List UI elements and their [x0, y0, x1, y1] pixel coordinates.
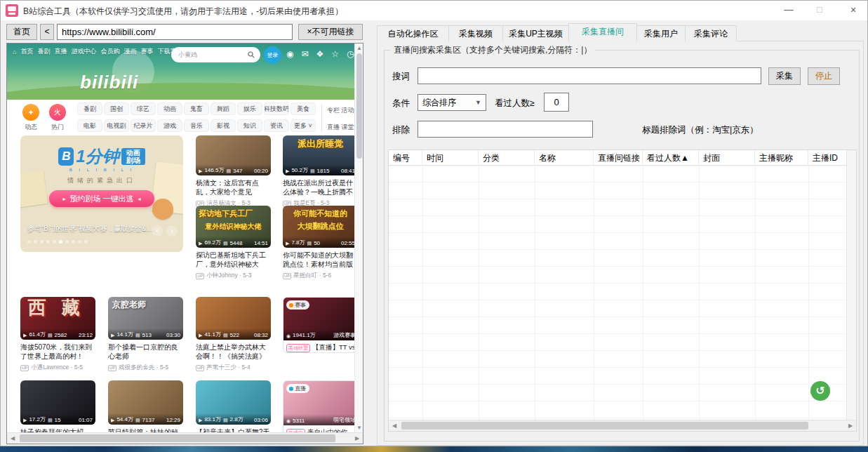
scroll-up-icon[interactable]: ▲ — [355, 45, 363, 51]
hot-channel-label[interactable]: 热门 — [49, 123, 66, 132]
browser-vscroll-thumb[interactable] — [356, 53, 362, 159]
carousel-prev-icon[interactable]: ‹ — [152, 225, 163, 237]
live-room-card[interactable]: 直播 ◉5311萌宅领域 直播中 来自山中的你 — [283, 380, 359, 438]
video-card[interactable]: 西藏 ▶61.4万▤258223:12 海拔5070米，我们来到了世界上最高的村… — [20, 297, 95, 372]
table-vertical-scrollbar[interactable] — [846, 150, 856, 420]
channel-tech[interactable]: 科技数码 — [264, 102, 289, 115]
tab-collect-up-video[interactable]: 采集UP主视频 — [502, 25, 569, 41]
channel-dance[interactable]: 舞蹈 — [211, 102, 236, 115]
channel-documentary[interactable]: 纪录片 — [131, 119, 156, 132]
channel-ent[interactable]: 娱乐 — [237, 102, 262, 115]
video-card[interactable]: 你可能不知道的 大坝翻跳点位 ▶7.8万▤5002:55 你可能不知道的大坝翻跳… — [283, 206, 358, 280]
channel-knowledge[interactable]: 知识 — [237, 119, 262, 132]
scroll-left-icon[interactable]: ◀ — [8, 435, 17, 441]
channel-variety[interactable]: 综艺 — [131, 102, 156, 115]
scroll-right-icon[interactable]: ▶ — [353, 435, 361, 441]
column-header-time[interactable]: 时间 — [422, 150, 479, 166]
carousel-caption[interactable]: 参与“B门的世界”视频大赛，赢取奖金&定制限定... — [27, 224, 157, 234]
bilibili-search-box[interactable]: 小黄鸡 — [171, 47, 260, 62]
channel-guichu[interactable]: 鬼畜 — [184, 102, 209, 115]
carousel-banner[interactable]: B1分钟动画剧场 B I L I B I L I 情绪的紧急出口 ▸ 预约剧场 … — [20, 135, 183, 252]
column-header-cover[interactable]: 封面 — [699, 150, 755, 166]
carousel-dot[interactable] — [40, 240, 44, 244]
column-header-streamer-id[interactable]: 主播ID — [808, 150, 846, 166]
refresh-button[interactable]: ↺ — [810, 381, 830, 401]
tab-collect-video[interactable]: 采集视频 — [448, 25, 503, 41]
exclude-input[interactable] — [418, 121, 593, 138]
column-header-room-link[interactable]: 直播间链接 — [594, 150, 643, 166]
close-button[interactable]: × — [839, 1, 868, 20]
video-card[interactable]: ▶41.1万▤52208:32 法庭上禁止举办武林大会啊！！《搞笑法庭》 UP芦… — [196, 297, 271, 372]
collect-button[interactable]: 采集 — [768, 67, 801, 85]
channel-food[interactable]: 美食 — [291, 102, 316, 115]
nav-item-bangumi[interactable]: 番剧 — [37, 47, 50, 56]
carousel-dot-active[interactable] — [59, 240, 62, 244]
browser-horizontal-scrollbar[interactable]: ◀ ▶ — [7, 432, 363, 444]
channel-guochuang[interactable]: 国创 — [104, 102, 129, 115]
carousel-dot[interactable] — [78, 240, 81, 244]
dynamic-channel-icon[interactable]: ✦ — [22, 104, 39, 121]
channel-movie[interactable]: 电影 — [77, 119, 102, 132]
nav-item-manga[interactable]: 漫画 — [123, 47, 136, 56]
carousel-dot[interactable] — [65, 240, 69, 244]
back-button[interactable]: < — [40, 24, 54, 40]
scroll-down-icon[interactable]: ▼ — [355, 425, 363, 431]
table-horizontal-scrollbar[interactable]: ◀ ▶ — [389, 420, 856, 431]
column-header-streamer-name[interactable]: 主播昵称 — [755, 150, 808, 166]
sort-order-select[interactable]: 综合排序 ▼ — [418, 94, 486, 111]
table-hscroll-thumb[interactable] — [401, 422, 808, 430]
tab-automation[interactable]: 自动化操作区 — [377, 25, 449, 41]
video-card[interactable]: 派出所睡觉 ▶50.2万▤181508:41 挑战在派出所过夜是什么体验？一晚上… — [283, 135, 358, 208]
maximize-button[interactable]: □ — [806, 1, 833, 20]
nav-item-game[interactable]: 游戏中心 — [71, 47, 96, 56]
search-word-input[interactable] — [418, 67, 761, 84]
tab-collect-live[interactable]: 采集直播间 — [568, 23, 637, 41]
video-card[interactable]: 探访地下兵工厂 意外结识神秘大佬 ▶69.2万▤544814:51 探访巴基斯坦… — [196, 206, 271, 280]
carousel-dot[interactable] — [84, 240, 88, 244]
video-card[interactable]: ▶146.5万▤34700:20 杨清文：这后宫有点乱，大家给个意见 UP演员杨… — [196, 135, 271, 208]
column-header-index[interactable]: 编号 — [389, 150, 422, 166]
minimize-button[interactable]: — — [775, 1, 802, 20]
carousel-cta-button[interactable]: ▸ 预约剧场 一键出逃 ◂ — [49, 190, 154, 207]
channel-music[interactable]: 音乐 — [184, 119, 209, 132]
bilibili-logo[interactable]: bilibili — [80, 72, 138, 93]
channel-cinephile[interactable]: 影视 — [211, 119, 236, 132]
invalid-link-button[interactable]: ×不可用链接 — [298, 24, 363, 40]
carousel-next-icon[interactable]: › — [166, 225, 178, 237]
nav-item-shop[interactable]: 会员购 — [100, 47, 119, 56]
channel-anime[interactable]: 动画 — [157, 102, 182, 115]
history-icon[interactable]: ◷ — [347, 49, 354, 59]
nav-item-esports[interactable]: 赛事 — [140, 47, 153, 56]
carousel-dot[interactable] — [72, 240, 75, 244]
video-card[interactable]: 京腔老师 ▶14.1万▤51303:30 那个操着一口京腔的良心老师 UP戏很多… — [108, 297, 183, 372]
column-header-name[interactable]: 名称 — [535, 150, 594, 166]
column-header-category[interactable]: 分类 — [479, 150, 535, 166]
channel-tv[interactable]: 电视剧 — [104, 119, 129, 132]
vip-icon[interactable]: ◉ — [286, 49, 293, 59]
browser-hscroll-thumb[interactable] — [20, 434, 335, 442]
tab-collect-user[interactable]: 采集用户 — [636, 25, 686, 41]
dynamic-icon[interactable]: ❖ — [316, 49, 324, 59]
carousel-dot[interactable] — [53, 240, 56, 244]
channel-news[interactable]: 资讯 — [264, 119, 289, 132]
tab-collect-comment[interactable]: 采集评论 — [685, 25, 737, 41]
viewers-min-input[interactable] — [544, 93, 569, 112]
home-button[interactable]: 首页 — [6, 24, 37, 40]
channel-game[interactable]: 游戏 — [157, 119, 182, 132]
browser-vertical-scrollbar[interactable]: ▲ ▼ — [354, 44, 363, 432]
url-input[interactable] — [57, 24, 293, 40]
hot-channel-icon[interactable]: 火 — [49, 104, 66, 121]
carousel-dot[interactable] — [34, 240, 37, 244]
search-icon[interactable] — [248, 51, 255, 58]
carousel-dot[interactable] — [46, 240, 50, 244]
scroll-right-icon[interactable]: ▶ — [846, 423, 855, 429]
nav-item-home[interactable]: 首页 — [20, 47, 33, 56]
scroll-left-icon[interactable]: ◀ — [390, 423, 399, 429]
message-icon[interactable]: ✉ — [301, 49, 308, 59]
live-match-card[interactable]: 赛事 ◉1941.1万游戏赛事 英雄联盟 【直播】TT vs FPX — [283, 297, 359, 353]
carousel-dot[interactable] — [27, 240, 31, 244]
login-button[interactable]: 登录 — [264, 46, 281, 64]
channel-bangumi[interactable]: 番剧 — [77, 102, 102, 115]
column-header-viewers-sort[interactable]: 看过人数▲ — [643, 150, 699, 166]
stop-button[interactable]: 停止 — [808, 67, 840, 85]
